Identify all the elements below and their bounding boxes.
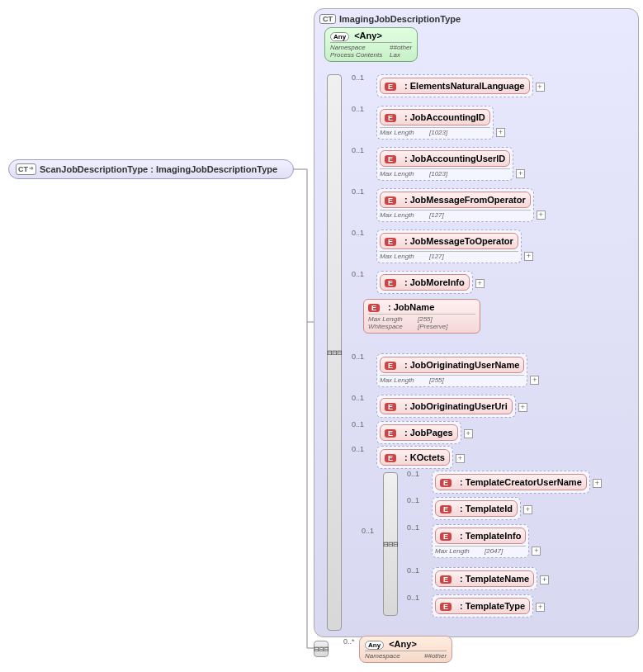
facet: Max Length[127] — [380, 210, 531, 219]
element-name: : JobAccountingID — [404, 112, 485, 122]
element-name: : JobPages — [404, 428, 453, 438]
root-name: ScanJobDescriptionType : ImagingJobDescr… — [40, 164, 277, 174]
element-name: : JobMessageToOperator — [404, 236, 513, 246]
bottom-sequence[interactable]: ⊟⊟⊟ — [314, 641, 329, 657]
element-name: : TemplateType — [460, 601, 525, 611]
element-icon: E — [440, 532, 452, 541]
occurs-label: 0..1 — [407, 496, 419, 504]
expand-icon[interactable]: + — [532, 547, 541, 556]
element-icon: E — [385, 155, 396, 163]
occurs-label: 0..1 — [352, 187, 364, 196]
root-complextype[interactable]: CT ScanJobDescriptionType : ImagingJobDe… — [8, 159, 294, 179]
expand-icon[interactable]: + — [456, 454, 465, 463]
sequence-icon: ⊟⊟⊟ — [327, 349, 342, 357]
sequence-icon: ⊟⊟⊟ — [314, 646, 329, 653]
occurs-label: 0..1 — [352, 353, 364, 361]
element-icon: E — [385, 279, 396, 287]
element-node[interactable]: 0..1E: JobMessageFromOperatorMax Length[… — [353, 188, 546, 222]
template-element-node[interactable]: 0..1E: TemplateName+ — [409, 567, 549, 590]
container-header: CT ImagingJobDescriptionType — [319, 14, 633, 24]
template-sequence-compositor[interactable]: ⊟⊟⊟ — [383, 472, 398, 616]
element-name: : JobName — [388, 302, 434, 312]
occurs-label: 0..1 — [352, 420, 364, 428]
element-icon: E — [368, 304, 380, 312]
occurs-label: 0..1 — [352, 394, 364, 402]
template-element-node[interactable]: 0..1E: TemplateId+ — [409, 497, 532, 520]
element-name: : JobOriginatingUserName — [404, 360, 519, 370]
element-icon: E — [385, 362, 396, 370]
template-element-node[interactable]: 0..1E: TemplateInfoMax Length[2047]+ — [409, 524, 541, 558]
template-element-node[interactable]: 0..1E: TemplateCreatorUserName+ — [409, 471, 602, 494]
facet: Max Length[1023] — [380, 127, 490, 136]
element-icon: E — [385, 454, 396, 462]
occurs-label: 0..1 — [352, 105, 364, 113]
element-name: : JobOriginatingUserUri — [404, 401, 508, 411]
any-icon: Any — [365, 641, 384, 650]
schema-diagram: CT ScanJobDescriptionType : ImagingJobDe… — [8, 8, 635, 664]
element-icon: E — [385, 196, 396, 205]
occurs-label: 0..1 — [407, 523, 419, 532]
expand-icon[interactable]: + — [540, 575, 549, 584]
element-icon: E — [385, 83, 396, 91]
any-wildcard-top[interactable]: Any <Any> Namespace##other Process Conte… — [324, 27, 418, 62]
expand-icon[interactable]: + — [536, 83, 545, 92]
any-icon: Any — [330, 32, 349, 41]
occurs-label: 0..1 — [352, 445, 364, 453]
element-node[interactable]: 0..1E: JobOriginatingUserNameMax Length[… — [353, 353, 539, 387]
facet: Max Length[2047] — [435, 546, 526, 555]
element-icon: E — [385, 238, 396, 246]
occurs-label: 0..1 — [407, 470, 419, 478]
element-node[interactable]: 0..1E: JobMessageToOperatorMax Length[12… — [353, 230, 533, 263]
facet: Max Length[255] — [380, 375, 524, 384]
expand-icon[interactable]: + — [518, 403, 527, 412]
expand-icon[interactable]: + — [464, 429, 473, 438]
expand-icon[interactable]: + — [523, 505, 532, 514]
expand-icon[interactable]: + — [475, 279, 485, 288]
facet: Max Length[127] — [380, 251, 518, 260]
element-node[interactable]: 0..1E: ElementsNaturalLanguage+ — [353, 74, 545, 97]
expand-icon[interactable]: + — [593, 479, 602, 488]
expand-icon[interactable]: + — [524, 252, 533, 261]
occurs-label: 0..1 — [362, 527, 374, 535]
element-name: : TemplateInfo — [460, 531, 521, 541]
any-wildcard-bottom[interactable]: Any <Any> Namespace##other — [359, 636, 452, 663]
element-node[interactable]: E: JobNameMax Length[255]Whitespace[Pres… — [353, 299, 480, 334]
occurs-label: 0..1 — [352, 229, 364, 237]
element-name: : TemplateName — [460, 574, 529, 584]
occurs-label: 0..1 — [407, 594, 419, 602]
occurs-label: 0..1 — [407, 566, 419, 575]
template-element-node[interactable]: 0..1E: TemplateType+ — [409, 594, 545, 618]
element-name: : TemplateId — [460, 504, 513, 513]
expand-icon[interactable]: + — [496, 128, 505, 137]
expand-icon[interactable]: + — [530, 376, 539, 385]
expand-icon[interactable]: + — [516, 169, 525, 178]
occurs-label: 0..1 — [352, 73, 364, 82]
expand-icon[interactable]: + — [537, 211, 546, 220]
ct-icon: CT — [319, 14, 336, 24]
element-icon: E — [385, 429, 396, 438]
sequence-compositor[interactable]: ⊟⊟⊟ — [327, 74, 342, 631]
element-name: : JobAccountingUserID — [404, 154, 505, 163]
element-node[interactable]: 0..1E: JobOriginatingUserUri+ — [353, 395, 527, 418]
any-title: <Any> — [354, 31, 382, 40]
any-facets: Namespace##other — [365, 651, 447, 660]
element-icon: E — [440, 505, 452, 513]
expand-icon[interactable]: + — [536, 603, 545, 612]
ct-icon: CT — [16, 163, 36, 175]
element-icon: E — [440, 575, 452, 584]
element-node[interactable]: 0..1E: KOctets+ — [353, 446, 465, 469]
element-name: : TemplateCreatorUserName — [460, 477, 582, 487]
element-node[interactable]: 0..1E: JobPages+ — [353, 421, 473, 444]
element-icon: E — [440, 479, 452, 487]
facet: Max Length[255]Whitespace[Preserve] — [368, 314, 475, 330]
element-node[interactable]: 0..1E: JobAccountingUserIDMax Length[102… — [353, 147, 525, 181]
any-facets: Namespace##other Process ContentsLax — [330, 42, 412, 59]
sequence-icon: ⊟⊟⊟ — [383, 541, 398, 548]
element-icon: E — [440, 603, 452, 611]
element-icon: E — [385, 403, 396, 411]
element-node[interactable]: 0..1E: JobMoreInfo+ — [353, 271, 485, 294]
occurs-label: 0..1 — [352, 270, 364, 278]
container-title: ImagingJobDescriptionType — [339, 14, 461, 24]
element-name: : JobMessageFromOperator — [404, 195, 526, 205]
element-node[interactable]: 0..1E: JobAccountingIDMax Length[1023]+ — [353, 106, 505, 140]
